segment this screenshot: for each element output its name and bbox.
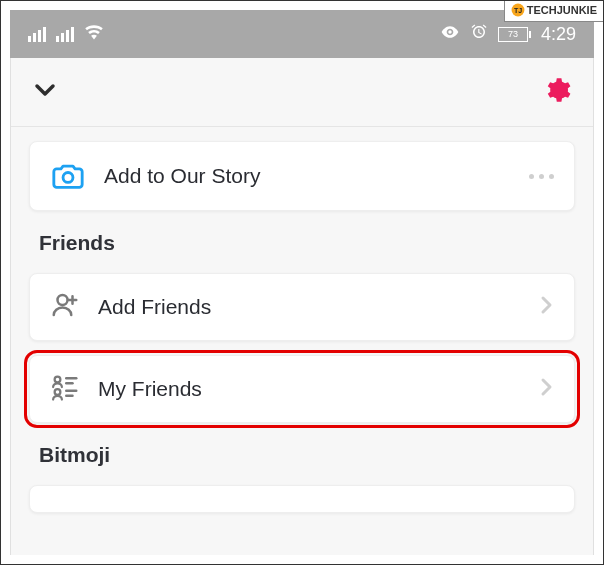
- signal-icon-2: [56, 27, 74, 42]
- page-header: [11, 58, 593, 127]
- add-to-story-card[interactable]: Add to Our Story: [29, 141, 575, 211]
- more-button[interactable]: [529, 174, 554, 179]
- add-friend-icon: [50, 290, 80, 324]
- chevron-right-icon: [540, 375, 554, 403]
- my-friends-label: My Friends: [98, 377, 522, 401]
- battery-percent: 73: [508, 29, 518, 39]
- collapse-button[interactable]: [33, 78, 57, 106]
- bitmoji-section-title: Bitmoji: [11, 437, 593, 471]
- add-friends-row[interactable]: Add Friends: [29, 273, 575, 341]
- chevron-right-icon: [540, 293, 554, 321]
- bitmoji-row-partial[interactable]: [29, 485, 575, 513]
- eye-icon: [440, 22, 460, 46]
- my-friends-row[interactable]: My Friends: [29, 355, 575, 423]
- clock: 4:29: [541, 24, 576, 45]
- more-dots-icon: [529, 174, 554, 179]
- settings-button[interactable]: [543, 76, 571, 108]
- friends-list-icon: [50, 372, 80, 406]
- add-friends-label: Add Friends: [98, 295, 522, 319]
- add-to-story-label: Add to Our Story: [104, 164, 511, 188]
- watermark: TJ TECHJUNKIE: [504, 1, 603, 22]
- alarm-icon: [470, 23, 488, 45]
- gear-icon: [543, 76, 571, 104]
- friends-section-title: Friends: [11, 225, 593, 259]
- svg-point-2: [63, 172, 73, 182]
- watermark-text: TECHJUNKIE: [527, 4, 597, 16]
- chevron-down-icon: [33, 78, 57, 102]
- battery-indicator: 73: [498, 27, 531, 42]
- wifi-icon: [84, 22, 104, 46]
- signal-icon-1: [28, 27, 46, 42]
- svg-point-4: [55, 377, 61, 383]
- svg-point-5: [55, 389, 61, 395]
- svg-point-3: [58, 295, 68, 305]
- svg-text:TJ: TJ: [514, 7, 522, 14]
- camera-icon: [50, 158, 86, 194]
